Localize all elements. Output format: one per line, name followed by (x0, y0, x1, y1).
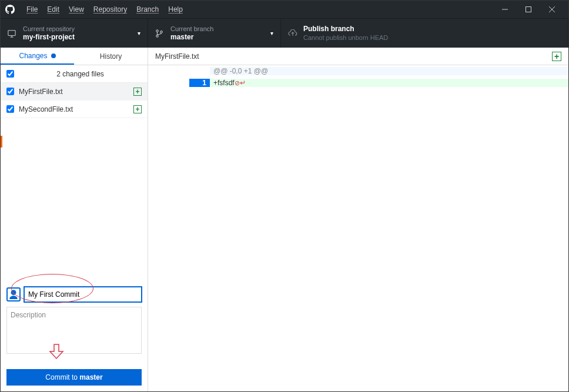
branch-value: master (170, 33, 213, 42)
diff-content: @@ -0,0 +1 @@ 1 +fsfsdf⊘↵ (148, 65, 568, 89)
minimize-button[interactable] (493, 1, 517, 18)
tab-changes[interactable]: Changes (1, 48, 74, 65)
svg-point-7 (156, 29, 159, 32)
line-text: +fsfsdf⊘↵ (210, 79, 568, 87)
github-logo-icon (5, 5, 15, 14)
repo-label: Current repository (23, 25, 75, 33)
file-row[interactable]: MySecondFile.txt + (1, 100, 148, 118)
close-button[interactable] (540, 1, 564, 18)
tab-history-label: History (100, 52, 122, 61)
commit-button-prefix: Commit to (45, 373, 79, 381)
commit-description-input[interactable] (6, 307, 142, 354)
menu-help[interactable]: Help (163, 5, 188, 14)
tab-changes-label: Changes (19, 52, 47, 60)
menu-view[interactable]: View (64, 5, 89, 14)
select-all-checkbox[interactable] (6, 70, 14, 78)
branch-selector[interactable]: Current branch master ▾ (148, 19, 281, 48)
commit-button-branch: master (79, 373, 102, 381)
repo-selector[interactable]: Current repository my-first-project ▾ (1, 19, 148, 48)
no-newline-icon: ⊘ (235, 79, 240, 86)
file-name: MySecondFile.txt (19, 105, 133, 113)
added-icon: + (133, 88, 142, 96)
chevron-down-icon: ▾ (270, 30, 273, 36)
changes-header: 2 changed files (1, 65, 148, 83)
svg-rect-1 (526, 7, 531, 12)
file-checkbox[interactable] (6, 88, 14, 95)
sidebar-tabs: Changes History (1, 48, 148, 65)
toolbar: Current repository my-first-project ▾ Cu… (1, 18, 568, 48)
menu-repository[interactable]: Repository (89, 5, 132, 14)
maximize-button[interactable] (517, 1, 540, 18)
commit-button[interactable]: Commit to master (6, 369, 142, 386)
tab-history[interactable]: History (74, 48, 148, 65)
svg-point-9 (160, 31, 163, 33)
titlebar: File Edit View Repository Branch Help (1, 1, 568, 18)
changes-indicator-dot (51, 53, 56, 58)
commit-summary-input[interactable] (24, 287, 142, 302)
menu-branch[interactable]: Branch (132, 5, 163, 14)
return-icon: ↵ (240, 79, 246, 87)
publish-sub: Cannot publish unborn HEAD (303, 33, 388, 42)
hunk-text: @@ -0,0 +1 @@ (210, 67, 568, 75)
user-avatar-icon (6, 287, 21, 301)
chevron-down-icon: ▾ (138, 30, 140, 36)
line-number: 1 (189, 79, 210, 87)
branch-icon (155, 29, 165, 38)
repo-value: my-first-project (23, 33, 75, 42)
branch-label: Current branch (170, 25, 213, 33)
diff-header: MyFirstFile.txt + (148, 48, 568, 65)
menu-edit[interactable]: Edit (42, 5, 64, 14)
file-row[interactable]: MyFirstFile.txt + (1, 83, 148, 100)
orange-indicator (1, 136, 2, 148)
sidebar: Changes History 2 changed files MyFirstF… (1, 48, 148, 391)
diff-hunk-header: @@ -0,0 +1 @@ (148, 65, 568, 77)
svg-rect-4 (8, 30, 15, 35)
svg-point-8 (156, 35, 159, 37)
added-icon: + (133, 105, 142, 113)
changed-files-count: 2 changed files (19, 70, 142, 78)
publish-button[interactable]: Publish branch Cannot publish unborn HEA… (281, 19, 568, 48)
diff-pane: MyFirstFile.txt + @@ -0,0 +1 @@ 1 +fsfsd… (148, 48, 568, 391)
menu-file[interactable]: File (22, 5, 42, 14)
file-name: MyFirstFile.txt (19, 88, 133, 96)
diff-filename: MyFirstFile.txt (155, 52, 199, 61)
cloud-upload-icon (288, 29, 297, 38)
commit-form: Commit to master (1, 281, 148, 391)
monitor-icon (8, 29, 17, 38)
file-checkbox[interactable] (6, 105, 14, 113)
added-icon: + (552, 52, 561, 61)
diff-line-added[interactable]: 1 +fsfsdf⊘↵ (148, 77, 568, 89)
publish-label: Publish branch (303, 25, 388, 34)
